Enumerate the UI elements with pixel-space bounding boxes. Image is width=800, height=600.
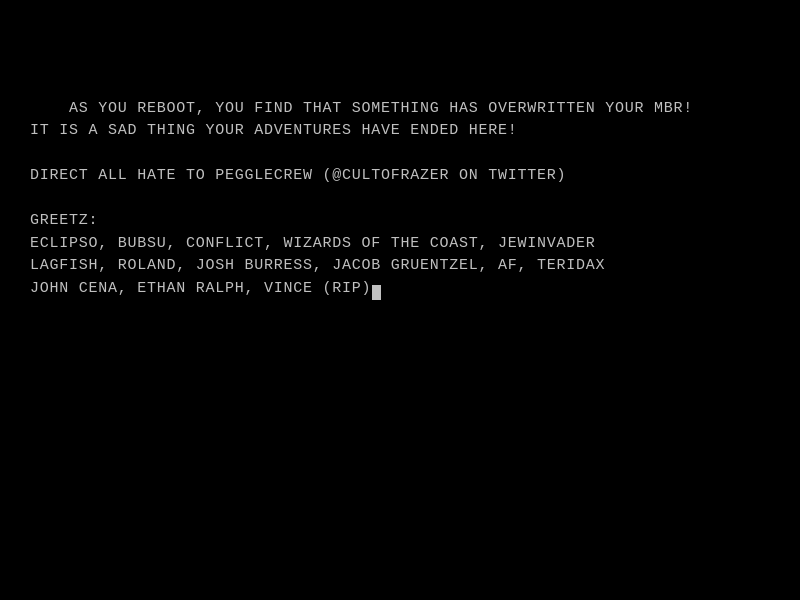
cursor <box>372 285 381 300</box>
terminal-output: AS YOU REBOOT, YOU FIND THAT SOMETHING H… <box>30 75 693 323</box>
screen: AS YOU REBOOT, YOU FIND THAT SOMETHING H… <box>0 0 800 600</box>
line4: DIRECT ALL HATE TO PEGGLECREW (@CULTOFRA… <box>30 167 566 184</box>
line6: GREETZ: <box>30 212 98 229</box>
line7: ECLIPSO, BUBSU, CONFLICT, WIZARDS OF THE… <box>30 235 596 252</box>
line8: LAGFISH, ROLAND, JOSH BURRESS, JACOB GRU… <box>30 257 605 274</box>
line9: JOHN CENA, ETHAN RALPH, VINCE (RIP) <box>30 280 371 297</box>
line1: AS YOU REBOOT, YOU FIND THAT SOMETHING H… <box>69 100 693 117</box>
line2: IT IS A SAD THING YOUR ADVENTURES HAVE E… <box>30 122 518 139</box>
